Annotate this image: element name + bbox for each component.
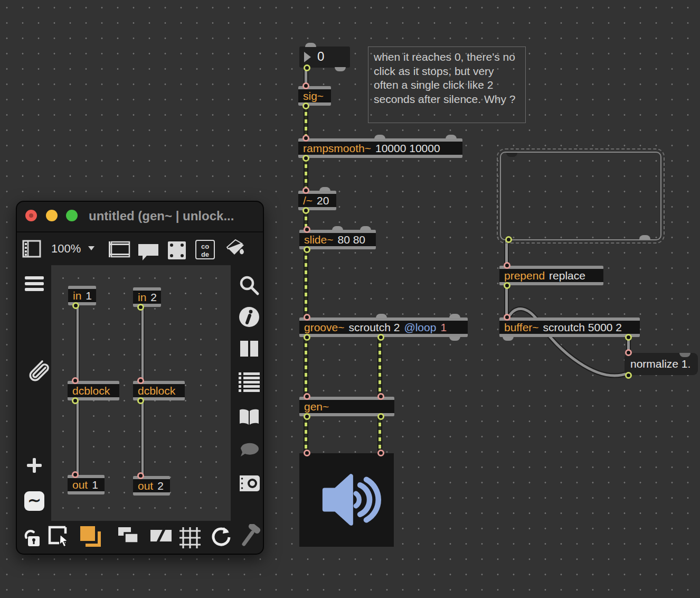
gen-cord-in1-dcblock1[interactable] [75, 303, 80, 384]
object-in2[interactable]: in2 [133, 287, 161, 307]
dcblock2-inlet[interactable] [137, 377, 144, 384]
groove-outlet-3-notch[interactable] [449, 337, 460, 341]
refresh-icon[interactable] [210, 526, 232, 548]
new-comment-icon[interactable] [137, 243, 159, 261]
object-sig[interactable]: sig~ [298, 86, 331, 106]
zoom-level-dropdown[interactable]: 100% [51, 242, 81, 256]
rampsmooth-outlet[interactable] [302, 155, 309, 162]
ezdac-inlet-1[interactable] [304, 450, 310, 456]
sig-inlet[interactable] [302, 82, 309, 89]
groove-inlet-2-notch[interactable] [376, 314, 387, 318]
code-view-icon[interactable]: co de [195, 240, 215, 259]
groove-outlet-1[interactable] [304, 334, 310, 341]
gen-cord-dcblock1-out1[interactable] [75, 398, 80, 478]
groove-inlet-3-notch[interactable] [449, 314, 460, 318]
bring-forward-icon[interactable] [116, 526, 139, 546]
object-dcblock1[interactable]: dcblock [68, 381, 119, 400]
object-out2[interactable]: out2 [133, 476, 170, 496]
menu-icon[interactable] [24, 276, 44, 292]
info-icon[interactable] [239, 306, 260, 328]
dcblock1-outlet[interactable] [72, 397, 79, 404]
grid-icon[interactable] [179, 527, 201, 548]
slide-inlet-1[interactable] [304, 226, 310, 233]
object-in1[interactable]: in1 [68, 286, 96, 305]
prepend-inlet[interactable] [504, 262, 510, 269]
gen-cord-dcblock2-out2[interactable] [140, 398, 145, 479]
gen-subpatcher-window[interactable]: untitled (gen~ | unlock... 100% co de [16, 201, 264, 555]
normalize-outlet[interactable] [625, 372, 632, 379]
presentation-mode-icon[interactable] [167, 241, 186, 260]
paperclip-icon[interactable] [26, 358, 50, 381]
number-box-outlet[interactable] [304, 64, 310, 71]
search-icon[interactable] [239, 275, 260, 296]
dcblock2-outlet[interactable] [137, 397, 144, 404]
object-prepend[interactable]: prepend replace [499, 266, 603, 285]
patcher-windows-icon[interactable] [22, 240, 41, 258]
normalize-inlet[interactable] [625, 349, 632, 356]
object-out1[interactable]: out1 [68, 475, 105, 494]
ezdac-speaker-button[interactable] [299, 453, 394, 547]
slide-inlet-3-notch[interactable] [360, 226, 371, 230]
object-rampsmooth[interactable]: rampsmooth~ 10000 10000 [298, 138, 462, 158]
unlock-icon[interactable] [23, 527, 44, 548]
dropfile-region[interactable] [500, 152, 661, 240]
dropfile-inlet-notch[interactable] [506, 153, 517, 157]
number-box-value[interactable]: 0 [317, 49, 324, 64]
gen-outlet-1[interactable] [304, 413, 310, 420]
zoom-window-button[interactable] [66, 210, 78, 221]
message-box-normalize[interactable]: normalize 1. [625, 353, 698, 375]
gen-inlet-1[interactable] [304, 393, 310, 400]
select-tool-icon[interactable] [48, 525, 72, 548]
gen-inlet-2[interactable] [377, 393, 384, 400]
divide-outlet[interactable] [302, 207, 309, 214]
reference-book-icon[interactable] [239, 408, 260, 427]
object-buffer[interactable]: buffer~ scroutch 5000 2 [499, 317, 640, 337]
object-slide[interactable]: slide~ 80 80 [299, 230, 376, 249]
snapshot-camera-icon[interactable] [239, 473, 261, 493]
divide-inlet-2-notch[interactable] [319, 187, 330, 191]
rampsmooth-inlet-2-notch[interactable] [374, 135, 385, 139]
close-button[interactable] [25, 210, 37, 221]
object-gen[interactable]: gen~ [299, 397, 394, 416]
distribute-icon[interactable] [150, 526, 172, 545]
number-box[interactable]: 0 [299, 46, 350, 68]
dropfile-outlet-notch[interactable] [639, 235, 650, 239]
audio-tilde-toggle[interactable]: ∼ [24, 491, 44, 511]
object-divide[interactable]: /~ 20 [298, 191, 336, 210]
gen-cord-in2-dcblock2[interactable] [140, 305, 145, 384]
object-dcblock2[interactable]: dcblock [133, 381, 185, 400]
divide-inlet-1[interactable] [302, 187, 309, 194]
debug-hammer-icon[interactable] [240, 524, 263, 547]
dcblock1-inlet[interactable] [72, 377, 79, 384]
window-titlebar[interactable]: untitled (gen~ | unlock... [17, 202, 263, 232]
list-icon[interactable] [239, 372, 260, 392]
rampsmooth-inlet-3-notch[interactable] [446, 135, 457, 139]
inspector-panels-icon[interactable] [240, 340, 259, 357]
groove-outlet-2[interactable] [377, 334, 384, 341]
comment-box[interactable]: when it reaches 0, there's no click as i… [368, 46, 526, 123]
buffer-outlet-1-notch[interactable] [503, 337, 514, 341]
add-object-icon[interactable] [25, 456, 43, 474]
prepend-outlet[interactable] [504, 282, 510, 289]
signal-cord-groove-to-gen-left[interactable] [304, 335, 308, 400]
out1-inlet[interactable] [72, 471, 79, 478]
number-box-inlet-notch[interactable] [305, 43, 316, 47]
zoom-layers-icon[interactable] [79, 525, 101, 547]
chat-bubble-icon[interactable] [240, 442, 260, 460]
signal-cord-slide-to-groove[interactable] [304, 247, 308, 321]
ezdac-inlet-2[interactable] [377, 450, 384, 456]
slide-inlet-2-notch[interactable] [332, 226, 343, 230]
buffer-outlet-2[interactable] [625, 334, 632, 341]
paint-bucket-icon[interactable] [224, 239, 247, 260]
dropfile-outlet[interactable] [505, 236, 512, 243]
out2-inlet[interactable] [137, 472, 144, 479]
minimize-button[interactable] [46, 210, 58, 221]
groove-inlet-1[interactable] [304, 314, 310, 321]
max-patcher-canvas[interactable]: { "main_canvas": { "number_box": { "valu… [0, 0, 700, 598]
new-object-icon[interactable] [108, 241, 130, 258]
sig-outlet[interactable] [302, 102, 309, 109]
chevron-down-icon[interactable] [88, 246, 94, 250]
buffer-inlet[interactable] [504, 314, 510, 321]
number-box-outlet-notch[interactable] [335, 67, 346, 71]
in1-outlet[interactable] [72, 302, 79, 309]
